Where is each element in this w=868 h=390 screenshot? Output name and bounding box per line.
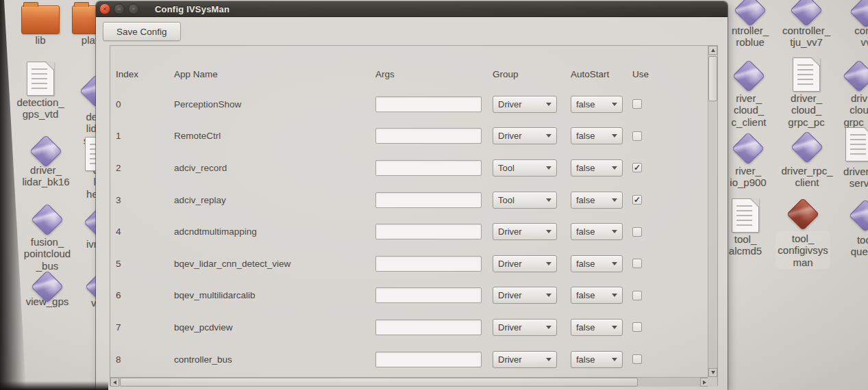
desktop-icon-label: tool_ configivsys man <box>776 231 830 270</box>
group-select[interactable]: Driver <box>493 223 557 240</box>
save-config-button[interactable]: Save Config <box>103 22 181 41</box>
desktop-icon[interactable]: driver_ cloud_ grpc_pc <box>775 57 838 128</box>
horizontal-scrollbar[interactable] <box>110 377 709 387</box>
horizontal-scroll-thumb[interactable] <box>120 378 638 387</box>
autostart-select[interactable]: false <box>571 223 623 240</box>
group-select[interactable]: Driver <box>493 351 557 368</box>
desktop-icon[interactable]: detection_ gps_vtd <box>8 62 73 120</box>
desktop-icon[interactable]: tool queryr <box>838 200 868 258</box>
desktop-icon[interactable]: controller_ tju_vv7 <box>773 0 839 49</box>
app-name: bqev_lidar_cnn_detect_view <box>174 259 375 269</box>
use-checkbox[interactable] <box>632 354 642 364</box>
use-checkbox[interactable]: ✓ <box>632 195 642 205</box>
row-index: 7 <box>116 322 174 333</box>
app-name: RemoteCtrl <box>174 131 375 141</box>
desktop-icon-glyph-slot <box>773 0 839 23</box>
desktop-icon[interactable]: tool_ configivsys man <box>776 198 830 270</box>
triangle-right-icon <box>703 380 706 385</box>
group-select-value: Tool <box>498 195 514 205</box>
desktop-icon[interactable]: contr vv <box>839 0 868 49</box>
group-select-value: Tool <box>498 163 514 173</box>
document-icon <box>845 127 868 161</box>
args-input[interactable] <box>375 287 482 303</box>
scroll-up-button[interactable] <box>708 46 717 55</box>
use-checkbox[interactable] <box>632 322 642 332</box>
header-autostart: AutoStart <box>571 69 632 79</box>
close-icon[interactable]: × <box>99 3 110 14</box>
desktop-icon-label: driver_rpc_ client <box>774 165 840 189</box>
autostart-select[interactable]: false <box>571 159 623 177</box>
group-select[interactable]: Driver <box>493 127 557 144</box>
app-diamond-icon <box>734 0 766 26</box>
args-input[interactable] <box>375 352 482 367</box>
scroll-down-button[interactable] <box>708 368 717 377</box>
app-config-table: Index App Name Args Group AutoStart Use … <box>110 45 718 386</box>
window-titlebar[interactable]: × − ▫ Config IVSysMan <box>96 1 728 17</box>
autostart-select[interactable]: false <box>571 319 623 336</box>
triangle-down-icon <box>711 371 715 374</box>
args-input[interactable] <box>375 96 482 112</box>
vertical-scroll-thumb[interactable] <box>708 56 717 101</box>
desktop-icon[interactable]: driv clou grpc_s <box>832 60 868 128</box>
desktop-icon-label: ntroller_ roblue <box>719 25 782 49</box>
desktop-icon-glyph-slot <box>13 204 82 235</box>
chevron-down-icon <box>546 358 551 361</box>
app-diamond-icon <box>733 60 765 92</box>
chevron-down-icon <box>546 326 551 329</box>
autostart-select[interactable]: false <box>571 287 623 304</box>
document-icon <box>732 198 759 233</box>
args-input[interactable] <box>375 224 482 239</box>
autostart-select[interactable]: false <box>571 127 623 144</box>
use-checkbox[interactable] <box>632 131 642 141</box>
desktop-icon[interactable]: driver_rpc_ client <box>774 131 840 189</box>
use-checkbox[interactable] <box>632 99 642 109</box>
minimize-icon[interactable]: − <box>114 3 125 14</box>
row-index: 2 <box>116 163 174 173</box>
autostart-select[interactable]: false <box>571 96 623 113</box>
row-index: 4 <box>116 226 174 237</box>
chevron-down-icon <box>612 262 617 265</box>
autostart-select[interactable]: false <box>571 192 623 209</box>
group-select[interactable]: Driver <box>493 96 557 113</box>
row-index: 3 <box>116 195 174 205</box>
app-diamond-icon <box>850 0 868 27</box>
row-index: 8 <box>116 354 174 365</box>
app-diamond-icon <box>791 131 823 163</box>
triangle-up-icon <box>711 49 715 52</box>
desktop-icon[interactable]: lib <box>16 5 64 46</box>
args-input[interactable] <box>375 192 482 208</box>
group-select[interactable]: Driver <box>493 255 557 272</box>
use-checkbox[interactable]: ✓ <box>632 163 642 172</box>
autostart-select-value: false <box>576 99 595 109</box>
args-input[interactable] <box>375 160 482 176</box>
group-select[interactable]: Tool <box>493 192 557 209</box>
args-input[interactable] <box>375 256 482 272</box>
group-select[interactable]: Driver <box>493 319 557 336</box>
use-checkbox[interactable] <box>632 259 642 268</box>
maximize-icon[interactable]: ▫ <box>128 3 139 14</box>
chevron-down-icon <box>612 198 617 202</box>
vertical-scrollbar[interactable] <box>708 46 717 377</box>
desktop-icon[interactable]: driver_ lidar_bk16 <box>13 135 79 188</box>
autostart-select[interactable]: false <box>571 255 623 272</box>
desktop-icon-glyph-slot <box>774 131 840 164</box>
table-row: 5 bqev_lidar_cnn_detect_view Driver fals… <box>110 248 708 280</box>
autostart-select[interactable]: false <box>571 351 623 368</box>
scroll-left-button[interactable] <box>110 378 119 387</box>
autostart-select-value: false <box>576 226 595 237</box>
args-input[interactable] <box>375 320 482 335</box>
group-select[interactable]: Tool <box>493 159 557 177</box>
desktop-icon-glyph-slot <box>16 5 64 33</box>
document-icon <box>793 57 820 92</box>
use-checkbox[interactable] <box>632 291 642 300</box>
desktop-icon[interactable]: ntroller_ roblue <box>719 0 782 49</box>
autostart-select-value: false <box>576 195 595 205</box>
desktop-icon[interactable]: fusion_ pointcloud _bus <box>13 204 82 272</box>
desktop-icon[interactable]: view_gps <box>14 271 80 307</box>
group-select[interactable]: Driver <box>493 287 557 304</box>
use-checkbox[interactable] <box>632 227 642 237</box>
desktop-icon[interactable]: driver_ serv <box>832 127 868 190</box>
args-input[interactable] <box>375 128 482 144</box>
group-select-value: Driver <box>498 354 522 365</box>
autostart-select-value: false <box>576 131 595 141</box>
